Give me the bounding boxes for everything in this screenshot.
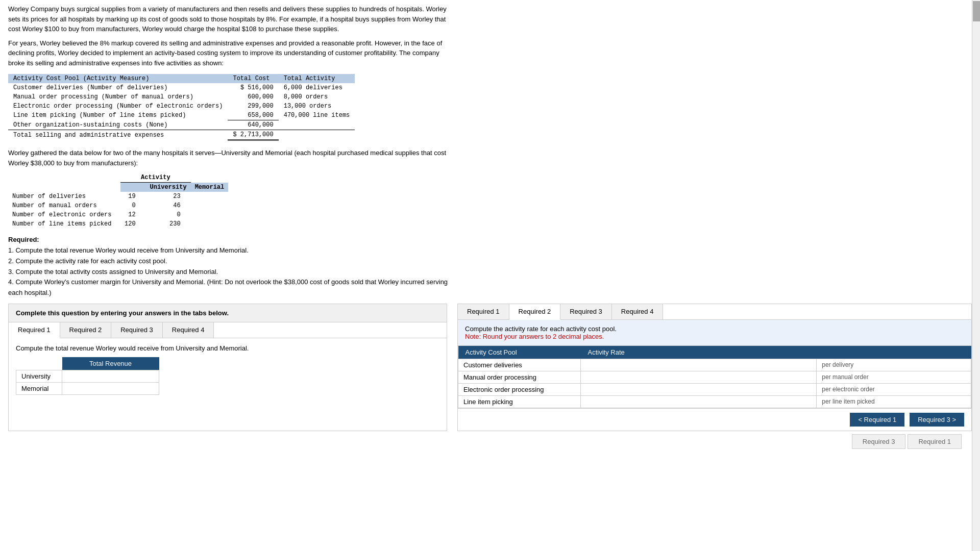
bottom-tab-labels: Required 3 Required 1 xyxy=(8,434,972,449)
right-tabs-row: Required 1 Required 2 Required 3 Require… xyxy=(458,304,971,320)
cost-table-col3: Total Activity xyxy=(279,74,355,83)
scrollbar-thumb[interactable] xyxy=(973,1,980,21)
tab-required-2-right[interactable]: Required 2 xyxy=(509,304,561,320)
table-row: Number of deliveries 19 23 xyxy=(8,192,228,201)
left-panel-body: Compute the total revenue Worley would r… xyxy=(9,338,447,401)
tab-required-1-left[interactable]: Required 1 xyxy=(9,322,60,338)
row-2-cost: 600,000 xyxy=(228,92,278,102)
tab-required-3-right[interactable]: Required 3 xyxy=(560,304,612,319)
bottom-tab-label-3: Required 3 xyxy=(863,438,895,445)
row-1-cost: $ 516,000 xyxy=(228,83,278,92)
row-1-pool: Customer deliveries (Number of deliverie… xyxy=(8,83,228,92)
row-4-cost: 658,000 xyxy=(228,111,278,120)
table-row: Number of line items picked 120 230 xyxy=(8,219,228,229)
page-container: Worley Company buys surgical supplies fr… xyxy=(0,0,980,551)
ar-row-4-input[interactable] xyxy=(581,395,817,408)
tab-required-1-right[interactable]: Required 1 xyxy=(458,304,509,319)
required-item-1: 1. Compute the total revenue Worley woul… xyxy=(8,245,972,256)
act-row-1-univ: 19 xyxy=(120,192,146,201)
next-button[interactable]: Required 3 > xyxy=(910,413,964,427)
required-section: Required: 1. Compute the total revenue W… xyxy=(8,236,972,298)
intro-paragraph-1: Worley Company buys surgical supplies fr… xyxy=(8,4,452,34)
total-row: Total selling and administrative expense… xyxy=(8,130,355,140)
act-row-4-mem: 230 xyxy=(146,219,191,229)
activity-data-table: Activity University Memorial Number of d… xyxy=(8,173,228,229)
act-row-3-measure: Number of electronic orders xyxy=(8,210,120,219)
required-item-3: 3. Compute the total activity costs assi… xyxy=(8,267,972,278)
memorial-revenue-field[interactable] xyxy=(67,385,154,392)
table-row: Electronic order processing per electron… xyxy=(458,383,971,395)
ar-row-3-pool: Electronic order processing xyxy=(458,383,581,395)
row-3-activity: 13,000 orders xyxy=(279,102,355,111)
tab-required-3-left[interactable]: Required 3 xyxy=(111,322,163,338)
manual-order-rate-field[interactable] xyxy=(586,373,811,381)
ar-col-1: Activity Cost Pool xyxy=(458,346,581,359)
cost-table-col1: Activity Cost Pool (Activity Measure) xyxy=(8,74,228,83)
act-row-2-mem: 46 xyxy=(146,201,191,210)
table-row: Other organization-sustaining costs (Non… xyxy=(8,120,355,130)
table-row: Customer deliveries (Number of deliverie… xyxy=(8,83,355,92)
ar-row-3-input[interactable] xyxy=(581,383,817,395)
activity-rate-table: Activity Cost Pool Activity Rate Custome… xyxy=(458,346,971,408)
bottom-tab-required-1-left[interactable]: Required 1 xyxy=(908,434,962,449)
act-row-3-univ: 12 xyxy=(120,210,146,219)
tab-required-4-right[interactable]: Required 4 xyxy=(612,304,664,319)
intro-paragraph-2: For years, Worley believed the 8% markup… xyxy=(8,38,452,68)
ar-row-2-input[interactable] xyxy=(581,371,817,383)
activity-sub-header-0 xyxy=(120,183,146,192)
nav-buttons: < Required 1 Required 3 > xyxy=(458,408,971,431)
university-revenue-input[interactable] xyxy=(62,370,159,382)
activity-subtitle: Worley gathered the data below for two o… xyxy=(8,148,452,168)
memorial-label: Memorial xyxy=(16,382,62,394)
memorial-revenue-input[interactable] xyxy=(62,382,159,394)
table-row: Customer deliveries per delivery xyxy=(458,359,971,371)
ar-row-1-pool: Customer deliveries xyxy=(458,359,581,371)
act-row-1-measure: Number of deliveries xyxy=(8,192,120,201)
total-label: Total selling and administrative expense… xyxy=(8,130,228,140)
activity-sub-header-2: Memorial xyxy=(191,183,229,192)
electronic-order-rate-field[interactable] xyxy=(586,386,811,393)
right-panel-note: Note: Round your answers to 2 decimal pl… xyxy=(465,333,604,340)
ar-row-4-pool: Line item picking xyxy=(458,395,581,408)
required-item-4: 4. Compute Worley's customer margin for … xyxy=(8,277,452,298)
row-5-pool: Other organization-sustaining costs (Non… xyxy=(8,120,228,130)
row-3-pool: Electronic order processing (Number of e… xyxy=(8,102,228,111)
ar-row-2-unit: per manual order xyxy=(817,371,971,383)
table-row: Number of electronic orders 12 0 xyxy=(8,210,228,219)
ar-row-1-input[interactable] xyxy=(581,359,817,371)
table-row: Electronic order processing (Number of e… xyxy=(8,102,355,111)
bottom-split: Complete this question by entering your … xyxy=(8,304,972,431)
table-row: Line item picking per line item picked xyxy=(458,395,971,408)
left-panel: Complete this question by entering your … xyxy=(8,304,447,431)
table-row: Number of manual orders 0 46 xyxy=(8,201,228,210)
left-tabs-row: Required 1 Required 2 Required 3 Require… xyxy=(9,322,447,338)
right-panel-description: Compute the activity rate for each activ… xyxy=(465,325,617,333)
university-revenue-field[interactable] xyxy=(67,372,154,380)
act-row-2-univ: 0 xyxy=(120,201,146,210)
scrollbar[interactable] xyxy=(972,0,980,551)
row-2-activity: 8,000 orders xyxy=(279,92,355,102)
row-4-pool: Line item picking (Number of line items … xyxy=(8,111,228,120)
prev-button[interactable]: < Required 1 xyxy=(850,413,904,427)
cost-pool-table: Activity Cost Pool (Activity Measure) To… xyxy=(8,74,355,141)
activity-sub-header-1: University xyxy=(146,183,191,192)
right-panel-table-container: Activity Cost Pool Activity Rate Custome… xyxy=(458,346,971,408)
act-row-3-mem: 0 xyxy=(146,210,191,219)
line-item-picking-rate-field[interactable] xyxy=(586,398,811,406)
act-row-2-measure: Number of manual orders xyxy=(8,201,120,210)
act-row-1-mem: 23 xyxy=(146,192,191,201)
row-5-cost: 640,000 xyxy=(228,120,278,130)
ar-col-2: Activity Rate xyxy=(581,346,971,359)
table-row: Memorial xyxy=(16,382,159,394)
ar-row-2-pool: Manual order processing xyxy=(458,371,581,383)
tab-required-2-left[interactable]: Required 2 xyxy=(60,322,112,338)
required-item-2: 2. Compute the activity rate for each ac… xyxy=(8,256,972,267)
revenue-table: Total Revenue University Memorial xyxy=(16,357,159,395)
bottom-tab-required-3-left[interactable]: Required 3 xyxy=(852,434,906,449)
table-row: University xyxy=(16,370,159,382)
ar-row-4-unit: per line item picked xyxy=(817,395,971,408)
tab-required-4-left[interactable]: Required 4 xyxy=(163,322,214,338)
table-row: Manual order processing (Number of manua… xyxy=(8,92,355,102)
row-5-activity xyxy=(279,120,355,130)
customer-deliveries-rate-field[interactable] xyxy=(586,361,811,369)
